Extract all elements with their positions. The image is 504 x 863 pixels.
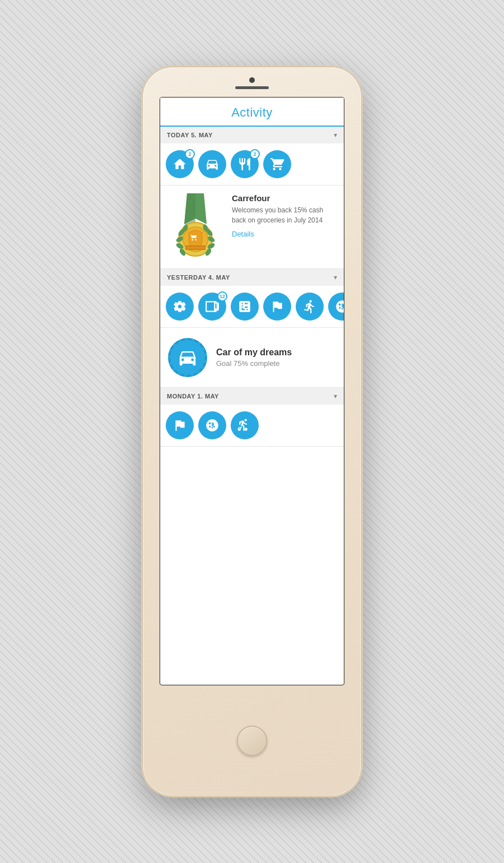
monday-soccer-icon-button[interactable] bbox=[198, 411, 226, 439]
flag-icon-button[interactable] bbox=[263, 293, 291, 321]
promo-text-container: Carrefour Welcomes you back 15% cash bac… bbox=[226, 193, 338, 239]
house-badge: 2 bbox=[185, 149, 195, 159]
beer-icon-button[interactable]: 12 bbox=[198, 293, 226, 321]
monday-bike-icon-button[interactable] bbox=[231, 411, 259, 439]
goal-text-container: Car of my dreams Goal 75% complete bbox=[216, 347, 292, 368]
section-today-header[interactable]: TODAY 5. MAY ▾ bbox=[160, 127, 344, 143]
goal-car-icon bbox=[168, 338, 207, 377]
goal-card: Car of my dreams Goal 75% complete bbox=[160, 328, 344, 388]
goal-subtitle: Goal 75% complete bbox=[216, 359, 292, 368]
restaurant-icon-button[interactable]: 2 bbox=[231, 150, 259, 178]
soccer-icon-button[interactable] bbox=[328, 293, 344, 321]
screen-header: Activity bbox=[160, 98, 344, 127]
today-icon-row: 2 2 bbox=[160, 143, 344, 185]
svg-rect-15 bbox=[186, 247, 204, 249]
home-button[interactable] bbox=[237, 726, 267, 756]
footprint-icon-button[interactable] bbox=[296, 293, 324, 321]
section-yesterday-header[interactable]: YESTERDAY 4. MAY ▾ bbox=[160, 269, 344, 286]
section-monday-label: MONDAY 1. MAY bbox=[167, 393, 219, 400]
svg-marker-1 bbox=[184, 193, 195, 224]
house-icon-button[interactable]: 2 bbox=[166, 150, 194, 178]
promo-details-link[interactable]: Details bbox=[232, 230, 254, 238]
monday-icon-row bbox=[160, 405, 344, 447]
section-today-label: TODAY 5. MAY bbox=[167, 132, 213, 138]
chevron-down-icon: ▾ bbox=[334, 131, 337, 139]
section-monday-header[interactable]: MONDAY 1. MAY ▾ bbox=[160, 388, 344, 405]
beer-badge: 12 bbox=[217, 291, 227, 301]
car-icon-button[interactable] bbox=[198, 150, 226, 178]
cart-icon-button[interactable] bbox=[263, 150, 291, 178]
goal-title: Car of my dreams bbox=[216, 347, 292, 358]
camera-icon bbox=[249, 77, 255, 83]
phone-shell: Activity TODAY 5. MAY ▾ 2 2 bbox=[143, 67, 361, 796]
monday-flag-icon-button[interactable] bbox=[166, 411, 194, 439]
medal-container bbox=[165, 193, 226, 261]
piggy-icon-button[interactable] bbox=[166, 293, 194, 321]
medal-icon bbox=[167, 193, 223, 261]
page-title: Activity bbox=[231, 105, 273, 119]
promo-title: Carrefour bbox=[232, 193, 338, 203]
chevron-down-icon-3: ▾ bbox=[334, 392, 337, 400]
promo-description: Welcomes you back 15% cash back on groce… bbox=[232, 205, 338, 225]
yesterday-icon-row: 12 bbox=[160, 286, 344, 328]
promo-card: Carrefour Welcomes you back 15% cash bac… bbox=[160, 185, 344, 269]
speaker-icon bbox=[235, 86, 269, 89]
restaurant-badge: 2 bbox=[250, 149, 260, 159]
calculator-icon-button[interactable] bbox=[231, 293, 259, 321]
phone-top bbox=[143, 67, 361, 89]
section-yesterday-label: YESTERDAY 4. MAY bbox=[167, 274, 230, 281]
chevron-down-icon-2: ▾ bbox=[334, 273, 337, 281]
phone-screen: Activity TODAY 5. MAY ▾ 2 2 bbox=[160, 97, 344, 685]
phone-bottom bbox=[237, 685, 267, 796]
